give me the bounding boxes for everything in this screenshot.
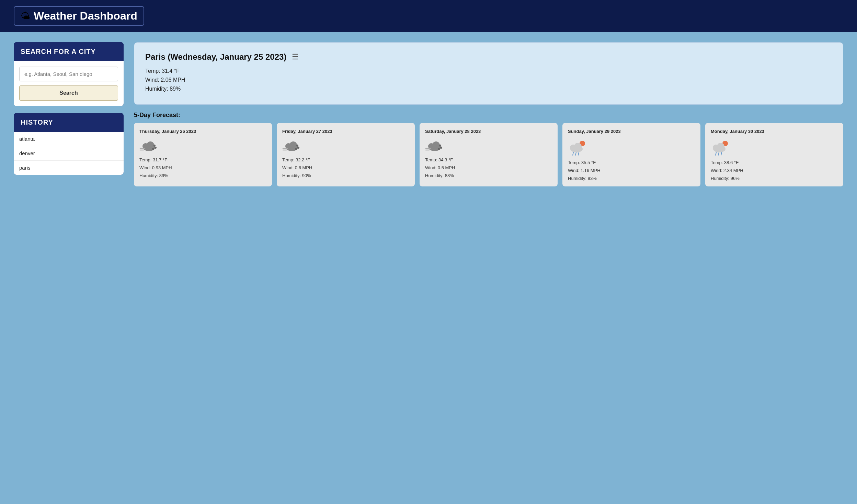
weather-panel: Paris (Wednesday, January 25 2023) ☰ Tem… (134, 42, 843, 186)
history-box: HISTORY atlantadenverparis (14, 113, 124, 175)
svg-point-27 (574, 143, 582, 150)
search-input[interactable] (19, 67, 118, 81)
current-weather-icon: ☰ (292, 53, 299, 61)
current-wind: Wind: 2.06 MPH (145, 77, 832, 83)
search-box-title: SEARCH FOR A CITY (21, 48, 96, 55)
history-box-title: HISTORY (21, 118, 53, 126)
forecast-temp: Temp: 32.2 °F (282, 157, 409, 162)
app-title: Weather Dashboard (34, 10, 137, 22)
forecast-weather-icon (425, 139, 552, 153)
forecast-card: Monday, January 30 2023 Temp: 38.6 °FWin… (705, 123, 843, 186)
search-box-header: SEARCH FOR A CITY (14, 42, 124, 61)
search-box-body: Search (14, 61, 124, 106)
history-item[interactable]: paris (14, 161, 124, 175)
svg-line-30 (578, 152, 579, 155)
forecast-temp: Temp: 31.7 °F (139, 157, 266, 162)
forecast-card: Friday, January 27 2023 Temp: 32.2 °FWin… (277, 123, 415, 186)
svg-point-14 (297, 147, 299, 149)
svg-line-37 (721, 152, 722, 155)
svg-point-23 (439, 145, 441, 147)
current-weather-card: Paris (Wednesday, January 25 2023) ☰ Tem… (134, 42, 843, 105)
forecast-day-label: Sunday, January 29 2023 (568, 128, 695, 135)
svg-point-18 (432, 141, 440, 149)
search-box: SEARCH FOR A CITY Search (14, 42, 124, 106)
forecast-weather-icon (139, 139, 266, 153)
forecast-weather-icon (568, 139, 695, 156)
forecast-wind: Wind: 1.16 MPH (568, 168, 695, 173)
forecast-humidity: Humidity: 90% (282, 173, 409, 178)
weather-icon: 🌤 (21, 10, 30, 22)
forecast-day-label: Monday, January 30 2023 (711, 128, 838, 135)
svg-line-28 (573, 152, 573, 155)
svg-point-10 (289, 141, 297, 149)
main-content: SEARCH FOR A CITY Search HISTORY atlanta… (0, 32, 857, 197)
svg-point-2 (147, 141, 154, 149)
forecast-card: Saturday, January 28 2023 Temp: 34.3 °FW… (420, 123, 558, 186)
forecast-cards: Thursday, January 26 2023 Temp: 31.7 °FW… (134, 123, 843, 186)
forecast-wind: Wind: 0.93 MPH (139, 165, 266, 170)
forecast-wind: Wind: 0.5 MPH (425, 165, 552, 170)
svg-point-6 (155, 147, 157, 149)
history-item[interactable]: denver (14, 146, 124, 161)
svg-line-35 (716, 152, 716, 155)
search-button[interactable]: Search (19, 85, 118, 101)
current-humidity: Humidity: 89% (145, 86, 832, 92)
forecast-wind: Wind: 2.34 MPH (711, 168, 838, 173)
forecast-section: 5-Day Forecast: Thursday, January 26 202… (134, 112, 843, 186)
forecast-humidity: Humidity: 93% (568, 176, 695, 181)
app-header: 🌤 Weather Dashboard (0, 0, 857, 32)
svg-line-36 (718, 152, 719, 155)
history-item[interactable]: atlanta (14, 132, 124, 146)
header-title-wrapper: 🌤 Weather Dashboard (14, 6, 144, 26)
forecast-weather-icon (282, 139, 409, 153)
svg-point-22 (440, 147, 442, 149)
forecast-wind: Wind: 0.6 MPH (282, 165, 409, 170)
svg-point-34 (717, 143, 724, 150)
forecast-card: Sunday, January 29 2023 Temp: 35.5 °FWin… (562, 123, 700, 186)
forecast-humidity: Humidity: 96% (711, 176, 838, 181)
history-list: atlantadenverparis (14, 132, 124, 175)
forecast-card: Thursday, January 26 2023 Temp: 31.7 °FW… (134, 123, 272, 186)
forecast-temp: Temp: 34.3 °F (425, 157, 552, 162)
svg-point-7 (153, 145, 156, 147)
forecast-temp: Temp: 38.6 °F (711, 160, 838, 165)
forecast-temp: Temp: 35.5 °F (568, 160, 695, 165)
forecast-humidity: Humidity: 89% (139, 173, 266, 178)
current-weather-header: Paris (Wednesday, January 25 2023) ☰ (145, 52, 832, 62)
current-weather-city: Paris (Wednesday, January 25 2023) (145, 52, 286, 62)
svg-point-13 (295, 148, 297, 150)
forecast-humidity: Humidity: 88% (425, 173, 552, 178)
sidebar: SEARCH FOR A CITY Search HISTORY atlanta… (14, 42, 124, 186)
forecast-day-label: Thursday, January 26 2023 (139, 128, 266, 135)
forecast-day-label: Saturday, January 28 2023 (425, 128, 552, 135)
svg-point-5 (152, 148, 154, 150)
history-box-header: HISTORY (14, 113, 124, 132)
forecast-day-label: Friday, January 27 2023 (282, 128, 409, 135)
svg-point-15 (296, 145, 298, 147)
forecast-title: 5-Day Forecast: (134, 112, 843, 119)
svg-point-21 (438, 148, 440, 150)
forecast-weather-icon (711, 139, 838, 156)
current-temp: Temp: 31.4 °F (145, 68, 832, 74)
svg-line-29 (575, 152, 576, 155)
